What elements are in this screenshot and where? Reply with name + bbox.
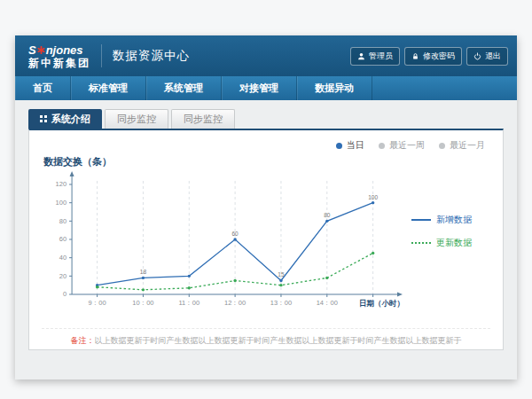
power-icon (473, 52, 481, 60)
change-password-button-label: 修改密码 (423, 51, 455, 62)
tab-label: 同步监控 (117, 113, 156, 126)
svg-text:日期（小时）: 日期（小时） (359, 299, 404, 308)
note-text: 以上数据更新于时间产生数据以上数据更新于时间产生数据以上数据更新于时间产生数据以… (95, 336, 462, 345)
svg-text:10：00: 10：00 (132, 299, 153, 307)
user-icon (357, 52, 365, 60)
logout-button-label: 退出 (485, 51, 501, 62)
filter-last-month[interactable]: 最近一月 (439, 139, 485, 152)
logo-subtitle: 新中新集团 (28, 58, 90, 68)
logo-wordmark: S njones (28, 44, 90, 56)
admin-button[interactable]: 管理员 (350, 47, 400, 66)
footnote: 备注：以上数据更新于时间产生数据以上数据更新于时间产生数据以上数据更新于时间产生… (42, 328, 490, 347)
filter-label: 当日 (347, 139, 364, 152)
svg-text:120: 120 (56, 181, 67, 189)
svg-text:14：00: 14：00 (317, 299, 338, 307)
time-range-filters: 当日 最近一周 最近一月 (42, 137, 490, 155)
divider (101, 44, 102, 67)
user-actions: 管理员 修改密码 退出 (350, 47, 508, 66)
legend-label: 新增数据 (436, 214, 472, 226)
chart-card: 当日 最近一周 最近一月 数据交换（条） 0204060801001209：00… (28, 129, 504, 350)
nav-item-standard-mgmt[interactable]: 标准管理 (71, 76, 146, 100)
line-chart: 0204060801001209：0010：0011：0012：0013：001… (42, 170, 406, 319)
nav-item-integration-mgmt[interactable]: 对接管理 (222, 76, 297, 100)
radio-dot-icon (439, 143, 445, 149)
note-label: 备注： (71, 336, 95, 345)
tab-bar: 系统介绍 同步监控 同步监控 (28, 109, 504, 129)
svg-text:60: 60 (59, 236, 66, 244)
y-axis-title: 数据交换（条） (43, 155, 490, 168)
chart-row: 0204060801001209：0010：0011：0012：0013：001… (42, 170, 490, 319)
radio-dot-icon (379, 143, 385, 149)
admin-button-label: 管理员 (369, 51, 393, 62)
svg-text:60: 60 (231, 231, 239, 237)
filter-today[interactable]: 当日 (336, 139, 364, 152)
page-title: 数据资源中心 (113, 48, 190, 64)
legend-updated-data: 更新数据 (411, 237, 490, 249)
logo-text-suffix: njones (46, 44, 83, 56)
nav-item-data-change[interactable]: 数据异动 (297, 76, 372, 100)
svg-text:11：00: 11：00 (178, 299, 200, 307)
change-password-button[interactable]: 修改密码 (404, 47, 462, 66)
svg-text:40: 40 (59, 254, 66, 262)
filter-label: 最近一周 (389, 139, 425, 152)
svg-text:13：00: 13：00 (270, 299, 292, 307)
svg-text:100: 100 (368, 194, 378, 200)
nav-item-system-mgmt[interactable]: 系统管理 (146, 76, 222, 100)
tab-sync-monitor-1[interactable]: 同步监控 (105, 109, 168, 129)
legend-new-data: 新增数据 (411, 214, 490, 226)
svg-text:9：00: 9：00 (89, 299, 106, 307)
filter-label: 最近一月 (450, 139, 485, 152)
svg-text:80: 80 (324, 212, 331, 218)
main-nav: 首页 标准管理 系统管理 对接管理 数据异动 (15, 76, 517, 100)
tab-label: 同步监控 (184, 113, 223, 126)
radio-dot-icon (336, 143, 342, 149)
tab-system-intro[interactable]: 系统介绍 (28, 109, 102, 129)
svg-text:15: 15 (278, 272, 285, 278)
svg-text:100: 100 (56, 199, 67, 207)
dotted-line-icon (411, 242, 431, 244)
logout-button[interactable]: 退出 (466, 47, 508, 66)
nav-item-home[interactable]: 首页 (15, 76, 71, 100)
logo-text-prefix: S (28, 44, 36, 56)
legend-label: 更新数据 (436, 237, 472, 249)
app-window: S njones 新中新集团 数据资源中心 管理员 (15, 35, 517, 379)
svg-text:0: 0 (63, 291, 66, 299)
logo-star-icon (37, 46, 45, 54)
tab-label: 系统介绍 (51, 113, 90, 126)
company-logo: S njones 新中新集团 (28, 44, 90, 68)
lock-icon (411, 52, 419, 60)
svg-text:80: 80 (59, 217, 66, 225)
tab-sync-monitor-2[interactable]: 同步监控 (171, 109, 235, 129)
app-header: S njones 新中新集团 数据资源中心 管理员 (15, 35, 517, 76)
filter-last-week[interactable]: 最近一周 (379, 139, 425, 152)
content-area: 系统介绍 同步监控 同步监控 当日 最近一周 (15, 100, 517, 350)
solid-line-icon (411, 219, 431, 221)
svg-text:12：00: 12：00 (224, 299, 246, 307)
series-legend: 新增数据 更新数据 (406, 170, 490, 319)
grid-icon (40, 115, 47, 122)
svg-text:18: 18 (140, 269, 147, 275)
svg-text:20: 20 (59, 272, 66, 280)
